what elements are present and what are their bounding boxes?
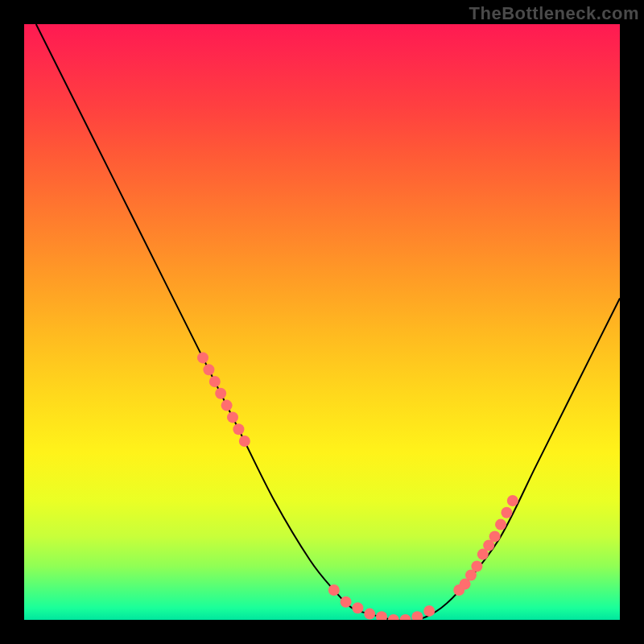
highlight-dot [341,597,352,608]
highlight-dot [203,364,214,375]
highlight-dot [471,560,482,572]
highlight-dot [376,611,387,620]
highlight-dot [411,611,423,620]
highlight-dot [352,602,363,613]
highlight-dot [209,376,221,387]
highlight-dot [388,614,399,620]
highlight-dots [197,352,518,620]
attribution-label: TheBottleneck.com [469,3,639,24]
curve-layer [24,24,620,620]
highlight-dot [495,519,506,530]
highlight-dot [328,584,340,596]
highlight-dot [197,352,208,363]
highlight-dot [221,400,233,411]
plot-area [24,24,620,620]
highlight-dot [489,530,501,542]
highlight-dot [400,614,411,620]
highlight-dot [364,609,375,620]
highlight-dot [215,388,226,399]
highlight-dot [239,436,250,447]
highlight-dot [227,411,238,423]
highlight-dot [501,507,512,518]
chart-frame: TheBottleneck.com [0,0,644,644]
highlight-dot [423,605,435,617]
highlight-dot [233,423,244,435]
bottleneck-curve [36,24,620,620]
highlight-dot [507,495,518,506]
main-curve [36,24,620,620]
